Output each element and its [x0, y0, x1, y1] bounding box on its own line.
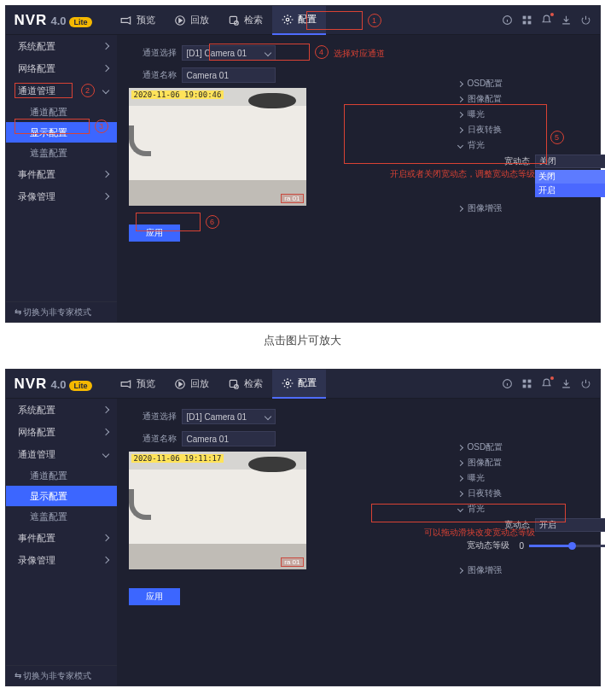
- gear-icon: [282, 377, 294, 389]
- sidebar-network[interactable]: 网络配置: [6, 421, 117, 443]
- sidebar-display-cfg[interactable]: 显示配置: [6, 486, 117, 506]
- rpanel-backlight[interactable]: 背光: [458, 501, 606, 516]
- nav-config-label: 配置: [298, 13, 317, 26]
- sidebar-display-cfg[interactable]: 显示配置: [6, 122, 117, 143]
- sidebar-mask-cfg[interactable]: 遮盖配置: [6, 143, 117, 163]
- rpanel-imgenh[interactable]: 图像增强: [458, 201, 606, 216]
- sidebar-channel-mgmt[interactable]: 通道管理: [6, 79, 117, 102]
- wdr-label: 宽动态: [458, 155, 530, 167]
- search-icon: [228, 15, 240, 26]
- caption-1: 点击图片可放大: [0, 323, 605, 364]
- chevron-right-icon: [102, 171, 108, 178]
- sidebar-event-cfg[interactable]: 事件配置: [6, 163, 117, 185]
- sidebar-record-cfg[interactable]: 录像管理: [6, 549, 117, 571]
- sidebar-footer[interactable]: ⇆ 切换为非专家模式: [6, 665, 117, 685]
- rpanel-image[interactable]: 图像配置: [458, 455, 606, 470]
- slider-thumb[interactable]: [568, 542, 576, 550]
- bell-icon[interactable]: [541, 378, 552, 389]
- nav-preview-label: 预览: [137, 14, 155, 26]
- sidebar-record-cfg[interactable]: 录像管理: [6, 185, 117, 207]
- svg-rect-5: [522, 16, 526, 20]
- sidebar-event-cfg[interactable]: 事件配置: [6, 527, 117, 549]
- camera-icon: [120, 378, 132, 390]
- logo-badge: Lite: [69, 381, 91, 391]
- logo: NVR 4.0 Lite: [15, 376, 92, 393]
- logo-text: NVR: [15, 376, 48, 393]
- sidebar-channel-cfg[interactable]: 通道配置: [6, 465, 117, 486]
- sidebar-system[interactable]: 系统配置: [6, 399, 117, 421]
- grid-icon[interactable]: [521, 378, 532, 389]
- rpanel-osd[interactable]: OSD配置: [458, 440, 606, 455]
- rpanel-exposure[interactable]: 曝光: [458, 470, 606, 486]
- info-icon[interactable]: [502, 15, 513, 26]
- chevron-right-icon: [457, 490, 462, 496]
- wdr-option-off[interactable]: 关闭: [535, 170, 606, 184]
- logo-version: 4.0: [50, 15, 66, 27]
- channel-name-input[interactable]: Camera 01: [182, 67, 276, 83]
- sidebar-channel-mgmt[interactable]: 通道管理: [6, 443, 117, 465]
- nav-config[interactable]: 配置: [272, 6, 326, 35]
- sidebar-system-label: 系统配置: [18, 35, 55, 57]
- logo-badge: Lite: [69, 17, 91, 27]
- wdr-option-on[interactable]: 开启: [535, 184, 606, 197]
- channel-select[interactable]: [D1] Camera 01: [182, 409, 276, 424]
- nav-search[interactable]: 检索: [218, 6, 272, 35]
- power-icon[interactable]: [580, 378, 591, 389]
- rpanel-backlight[interactable]: 背光: [458, 137, 606, 153]
- svg-rect-15: [527, 380, 531, 383]
- sidebar-channel-cfg[interactable]: 通道配置: [6, 102, 117, 122]
- chevron-right-icon: [457, 80, 462, 86]
- chevron-right-icon: [457, 111, 462, 117]
- preview-camera-label: ra 01: [281, 194, 303, 203]
- rpanel-osd[interactable]: OSD配置: [458, 76, 606, 91]
- sidebar-system[interactable]: 系统配置: [6, 35, 117, 57]
- chevron-right-icon: [102, 406, 108, 413]
- wdr-slider[interactable]: [529, 545, 605, 547]
- main-content: 通道选择 [D1] Camera 01 通道名称 Camera 01 2020-…: [117, 399, 600, 685]
- rpanel-daynight[interactable]: 日夜转换: [458, 486, 606, 501]
- sidebar-mask-cfg[interactable]: 遮盖配置: [6, 506, 117, 527]
- nav-preview[interactable]: 预览: [111, 6, 165, 35]
- apply-button[interactable]: 应用: [129, 588, 180, 605]
- chevron-right-icon: [457, 567, 462, 573]
- grid-icon[interactable]: [521, 15, 532, 26]
- channel-name-label: 通道名称: [129, 433, 177, 445]
- camera-icon: [120, 15, 132, 26]
- wdr-dropdown: 关闭 开启: [535, 170, 606, 197]
- topbar: NVR 4.0 Lite 预览 回放 检索 配置: [6, 370, 600, 399]
- info-icon[interactable]: [502, 378, 513, 389]
- wdr-select[interactable]: 开启: [535, 518, 606, 532]
- bell-icon[interactable]: [541, 15, 552, 26]
- download-icon[interactable]: [561, 378, 572, 389]
- sidebar-footer[interactable]: ⇆ 切换为非专家模式: [6, 301, 117, 322]
- nav-playback[interactable]: 回放: [165, 6, 218, 35]
- chevron-right-icon: [102, 534, 108, 541]
- logo-text: NVR: [15, 12, 48, 29]
- rpanel-exposure[interactable]: 曝光: [458, 107, 606, 122]
- topnav: 预览 回放 检索 配置: [111, 6, 326, 35]
- preview-camera-label: ra 01: [281, 557, 303, 567]
- nav-preview[interactable]: 预览: [111, 370, 165, 399]
- apply-button[interactable]: 应用: [129, 225, 180, 242]
- wdr-min: 0: [520, 541, 525, 551]
- nav-config[interactable]: 配置: [272, 370, 326, 399]
- channel-name-input[interactable]: Camera 01: [182, 431, 276, 446]
- nav-playback[interactable]: 回放: [165, 370, 218, 399]
- rpanel-image[interactable]: 图像配置: [458, 91, 606, 107]
- channel-select[interactable]: [D1] Camera 01: [182, 45, 276, 61]
- sidebar: 系统配置 网络配置 通道管理 通道配置 显示配置 遮盖配置 事件配置 录像管理 …: [6, 35, 117, 322]
- chevron-right-icon: [457, 126, 462, 132]
- download-icon[interactable]: [561, 15, 572, 26]
- preview-timestamp: 2020-11-06 19:11:17: [131, 454, 224, 463]
- gear-icon: [282, 14, 294, 26]
- playback-icon: [174, 378, 186, 390]
- topnav: 预览 回放 检索 配置: [111, 370, 326, 399]
- rpanel-daynight[interactable]: 日夜转换: [458, 122, 606, 137]
- sidebar-network[interactable]: 网络配置: [6, 57, 117, 79]
- rpanel-imgenh[interactable]: 图像增强: [458, 563, 606, 578]
- power-icon[interactable]: [580, 15, 591, 26]
- svg-rect-7: [522, 21, 526, 25]
- wdr-select[interactable]: 关闭: [535, 155, 606, 168]
- playback-icon: [174, 15, 186, 26]
- nav-search[interactable]: 检索: [218, 370, 272, 399]
